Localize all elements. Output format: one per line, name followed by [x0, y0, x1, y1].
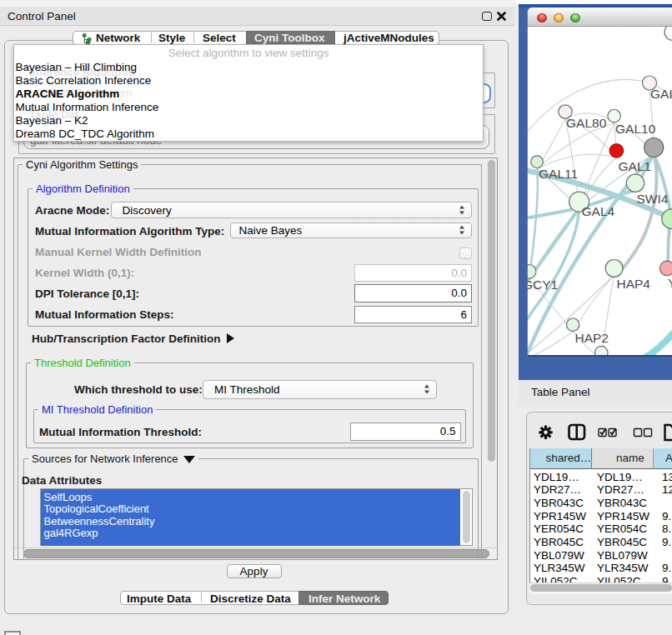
svg-text:GAL4: GAL4 — [582, 204, 615, 218]
svg-text:Y: Y — [668, 275, 672, 289]
svg-text:GAL7: GAL7 — [650, 86, 672, 100]
svg-text:HAP4: HAP4 — [617, 276, 651, 290]
svg-text:HAP2: HAP2 — [575, 330, 609, 344]
svg-text:GCY1: GCY1 — [528, 277, 558, 291]
svg-text:GAL11: GAL11 — [539, 167, 578, 181]
svg-text:GAL10: GAL10 — [615, 121, 656, 135]
svg-text:GAL80: GAL80 — [566, 115, 607, 129]
svg-text:SWI4: SWI4 — [637, 192, 669, 206]
svg-text:GAL1: GAL1 — [619, 158, 652, 172]
